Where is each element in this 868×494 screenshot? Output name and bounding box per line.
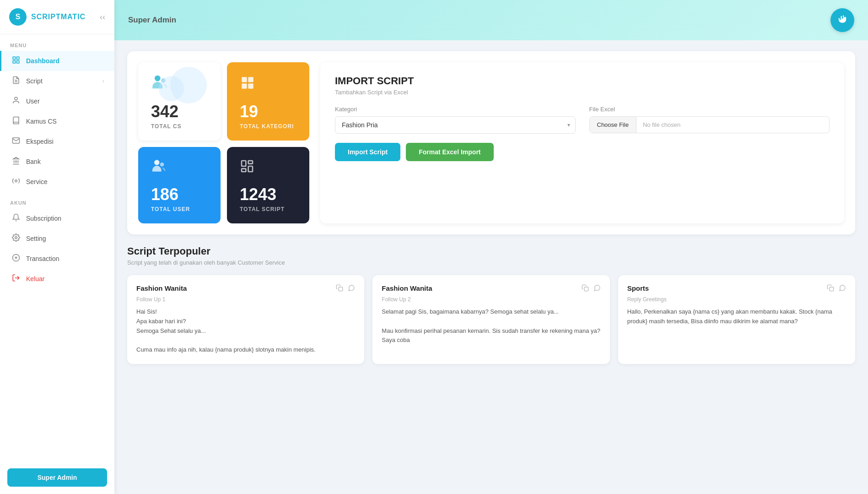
sidebar-item-ekspedisi[interactable]: Ekspedisi (0, 131, 114, 152)
logo-area: S SCRIPTMATIC ‹‹ (0, 0, 114, 34)
stat-card-total-kategori: 19 TOTAL KATEGORI (227, 62, 309, 141)
svg-rect-30 (248, 166, 253, 172)
stat-card-total-cs: 342 TOTAL CS (138, 62, 221, 141)
script-title-1: Fashion Wanita (382, 284, 432, 292)
user-group-icon (151, 158, 208, 177)
script-actions-2 (827, 284, 846, 293)
svg-rect-29 (248, 161, 253, 164)
super-admin-button[interactable]: Super Admin (7, 468, 107, 487)
copy-icon-0[interactable] (336, 284, 343, 293)
stat-number-cs: 342 (151, 102, 208, 121)
import-file-field: File Excel Choose File No file chosen (589, 106, 830, 134)
sidebar-item-transaction[interactable]: Transaction (0, 249, 114, 269)
svg-rect-24 (242, 83, 247, 88)
sidebar-toggle-icon[interactable]: ‹‹ (100, 12, 105, 22)
choose-file-button[interactable]: Choose File (590, 117, 636, 133)
sidebar-label-setting: Setting (26, 235, 46, 242)
sidebar-item-service[interactable]: Service (0, 172, 114, 192)
format-excel-button[interactable]: Format Excel Import (406, 143, 493, 161)
user-icon (11, 96, 21, 106)
popular-section: Script Terpopuler Script yang telah di g… (127, 245, 855, 364)
sidebar: S SCRIPTMATIC ‹‹ MENU Dashboard Script ›… (0, 0, 114, 494)
svg-rect-33 (584, 287, 588, 291)
svg-rect-22 (242, 77, 247, 82)
import-fields-row: Kategori Fashion Pria Fashion Wanita Spo… (335, 106, 830, 134)
script-actions-0 (336, 284, 355, 293)
sidebar-item-dashboard[interactable]: Dashboard (0, 51, 114, 71)
bell-icon (11, 213, 21, 223)
script-card-0: Fashion Wanita Follow Up 1 Hai Sis! Apa … (127, 275, 364, 364)
script-title-0: Fashion Wanita (136, 284, 187, 292)
kategori-icon (240, 75, 297, 94)
stats-row-bottom: 186 TOTAL USER 1243 TOTAL SCRIPT (138, 147, 309, 223)
sidebar-label-ekspedisi: Ekspedisi (26, 138, 54, 145)
logo-text: SCRIPTMATIC (31, 13, 86, 21)
stat-label-script: TOTAL SCRIPT (240, 206, 297, 212)
stat-label-user: TOTAL USER (151, 206, 208, 212)
book-icon (11, 116, 21, 126)
popular-section-title: Script Terpopuler (127, 245, 855, 257)
stats-column: 342 TOTAL CS 19 TOTAL KATEGORI (138, 62, 309, 223)
sidebar-item-script[interactable]: Script › (0, 71, 114, 91)
sidebar-item-subscription[interactable]: Subscription (0, 208, 114, 228)
content-area: 342 TOTAL CS 19 TOTAL KATEGORI (114, 40, 868, 375)
sidebar-item-bank[interactable]: Bank (0, 152, 114, 172)
sidebar-label-kamus-cs: Kamus CS (26, 118, 57, 125)
script-tag-0: Follow Up 1 (136, 296, 355, 303)
svg-point-20 (155, 76, 161, 81)
exit-icon (11, 274, 21, 284)
stats-row-top: 342 TOTAL CS 19 TOTAL KATEGORI (138, 62, 309, 141)
script-tag-1: Follow Up 2 (382, 296, 600, 303)
sidebar-label-user: User (26, 98, 40, 105)
import-subtitle: Tambahkan Script via Excel (335, 89, 830, 96)
service-icon (11, 177, 21, 187)
deco-circle-2 (159, 76, 184, 101)
logo-icon: S (9, 8, 27, 26)
stat-number-script: 1243 (240, 185, 297, 204)
gear-icon (11, 233, 21, 244)
svg-marker-13 (13, 157, 19, 159)
sidebar-item-keluar[interactable]: Keluar (0, 269, 114, 289)
kategori-select[interactable]: Fashion Pria Fashion Wanita Sports Elect… (335, 116, 576, 134)
script-card-header-2: Sports (627, 284, 846, 293)
script-card-1: Fashion Wanita Follow Up 2 Selamat pagi … (372, 275, 609, 364)
stat-number-user: 186 (151, 185, 208, 204)
script-body-2: Hallo, Perkenalkan saya {nama cs} yang a… (627, 307, 846, 326)
stat-card-total-script: 1243 TOTAL SCRIPT (227, 147, 309, 223)
top-content-panel: 342 TOTAL CS 19 TOTAL KATEGORI (127, 51, 855, 234)
bank-icon (11, 157, 21, 167)
script-body-0: Hai Sis! Apa kabar hari ini? Semoga Seha… (136, 307, 355, 355)
import-kategori-field: Kategori Fashion Pria Fashion Wanita Spo… (335, 106, 576, 134)
sidebar-item-setting[interactable]: Setting (0, 228, 114, 249)
sidebar-item-kamus-cs[interactable]: Kamus CS (0, 111, 114, 131)
akun-section-label: AKUN (0, 192, 114, 208)
svg-point-14 (15, 180, 17, 182)
sidebar-item-user[interactable]: User (0, 91, 114, 111)
import-buttons: Import Script Format Excel Import (335, 143, 830, 161)
main-content: Super Admin 342 TOTAL CS (114, 0, 868, 494)
scripts-grid: Fashion Wanita Follow Up 1 Hai Sis! Apa … (127, 275, 855, 364)
svg-rect-3 (17, 61, 19, 63)
copy-icon-1[interactable] (582, 284, 589, 293)
sidebar-label-bank: Bank (26, 158, 41, 165)
copy-icon-2[interactable] (827, 284, 834, 293)
topbar-hand-icon (830, 8, 854, 32)
grid-icon (11, 56, 21, 66)
svg-point-15 (15, 237, 17, 239)
whatsapp-icon-2[interactable] (839, 284, 846, 293)
topbar-title: Super Admin (128, 16, 176, 25)
script-title-2: Sports (627, 284, 649, 292)
stat-card-total-user: 186 TOTAL USER (138, 147, 221, 223)
svg-rect-31 (242, 168, 246, 172)
no-file-label: No file chosen (636, 117, 687, 133)
sidebar-label-transaction: Transaction (26, 255, 59, 262)
popular-section-subtitle: Script yang telah di gunakan oleh banyak… (127, 259, 855, 266)
script-card-2: Sports Reply Greetings Hallo, Perkenalka… (618, 275, 855, 364)
import-script-button[interactable]: Import Script (335, 143, 400, 161)
sidebar-label-keluar: Keluar (26, 275, 44, 282)
topbar: Super Admin (114, 0, 868, 40)
whatsapp-icon-0[interactable] (348, 284, 355, 293)
whatsapp-icon-1[interactable] (593, 284, 601, 293)
svg-point-27 (160, 163, 164, 167)
file-text-icon (11, 76, 21, 86)
